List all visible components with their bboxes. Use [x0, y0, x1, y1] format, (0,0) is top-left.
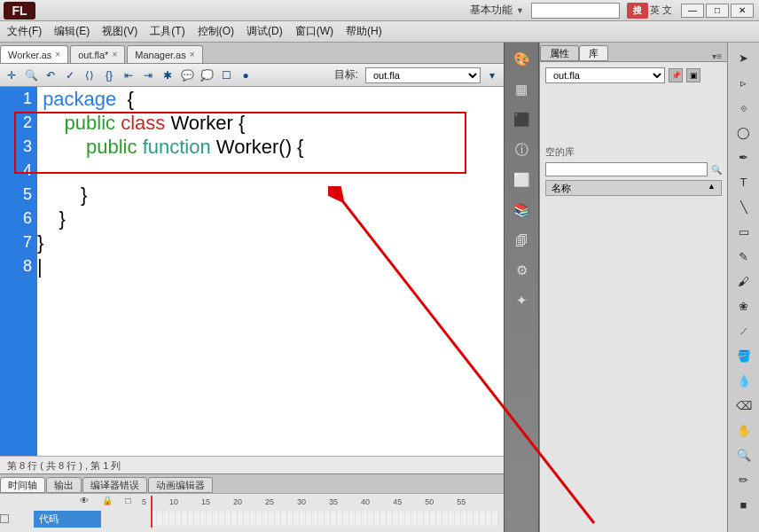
word-icon[interactable]: ✱ — [160, 67, 176, 83]
status-bar: 第 8 行 ( 共 8 行 ) , 第 1 列 — [0, 456, 504, 473]
chevron-down-icon[interactable]: ▼ — [516, 6, 524, 15]
panel-menu-icon[interactable]: ▾≡ — [712, 51, 722, 61]
uncomment-icon[interactable]: 💭 — [199, 67, 215, 83]
menu-tools[interactable]: 工具(T) — [150, 24, 184, 39]
tab-out-fla[interactable]: out.fla*× — [70, 45, 125, 63]
find-icon[interactable]: 🔍 — [23, 67, 39, 83]
tab-manager-as[interactable]: Manager.as× — [127, 45, 202, 63]
components-icon[interactable]: ⚙ — [510, 259, 533, 282]
menu-help[interactable]: 帮助(H) — [346, 24, 382, 39]
tab-worker-as[interactable]: Worker.as× — [0, 45, 68, 63]
right-panel: 属性 库 ▾≡ out.fla 📌 ▣ 空的库 🔍 名称 ▲ — [539, 43, 727, 532]
collapse-icon[interactable]: ⟨⟩ — [82, 67, 98, 83]
menu-debug[interactable]: 调试(D) — [246, 24, 283, 39]
check-icon[interactable]: ✓ — [62, 67, 78, 83]
library-search-input[interactable] — [545, 162, 708, 176]
playhead[interactable] — [151, 496, 153, 528]
document-tabs: Worker.as× out.fla*× Manager.as× — [0, 43, 504, 64]
add-icon[interactable]: ✛ — [4, 67, 20, 83]
bottom-tabs: 时间轴 输出 编译器错误 动画编辑器 — [0, 473, 504, 493]
code-editor[interactable]: 1 2 3 4 5 6 7 8 package { public class W… — [0, 87, 504, 456]
library-empty-label: 空的库 — [545, 145, 722, 159]
library-name-header[interactable]: 名称 ▲ — [545, 180, 722, 196]
line-tool-icon[interactable]: ╲ — [734, 197, 754, 216]
library-file-select[interactable]: out.fla — [545, 67, 665, 83]
ime-badge[interactable]: 搜 — [627, 3, 648, 19]
menu-file[interactable]: 文件(F) — [7, 24, 42, 39]
align-icon[interactable]: ⬛ — [510, 108, 533, 131]
color-icon[interactable]: 🎨 — [510, 48, 533, 71]
layer-visibility-icons[interactable]: 👁 🔒 □ — [80, 496, 137, 505]
code-toolbar: ✛ 🔍 ↶ ✓ ⟨⟩ {} ⇤ ⇥ ✱ 💬 💭 ☐ ● 目标: out.fla … — [0, 64, 504, 87]
search-icon[interactable]: 🔍 — [711, 165, 722, 175]
eyedropper-icon[interactable]: 💧 — [734, 371, 754, 390]
line-gutter: 1 2 3 4 5 6 7 8 — [0, 87, 37, 456]
tab-library[interactable]: 库 — [579, 45, 608, 61]
tab-timeline[interactable]: 时间轴 — [0, 477, 45, 493]
fill-color-icon[interactable]: ■ — [734, 495, 754, 514]
text-tool-icon[interactable]: T — [734, 172, 754, 192]
menu-edit[interactable]: 编辑(E) — [54, 24, 90, 39]
back-icon[interactable]: ↶ — [43, 67, 59, 83]
minimize-button[interactable]: — — [681, 4, 704, 18]
bone-tool-icon[interactable]: ⟋ — [734, 321, 754, 340]
brush-tool-icon[interactable]: 🖌 — [734, 271, 754, 291]
eraser-tool-icon[interactable]: ⌫ — [734, 395, 754, 415]
behaviors-icon[interactable]: ✦ — [510, 289, 533, 312]
pin-icon[interactable]: 📌 — [669, 68, 683, 82]
rectangle-tool-icon[interactable]: ▭ — [734, 222, 754, 241]
ime-text: 英 文 — [650, 4, 672, 17]
paint-bucket-icon[interactable]: 🪣 — [734, 346, 754, 365]
comment-icon[interactable]: 💬 — [179, 67, 195, 83]
tab-motion-editor[interactable]: 动画编辑器 — [148, 477, 213, 493]
zoom-tool-icon[interactable]: 🔍 — [734, 445, 754, 465]
timeline-frames[interactable] — [151, 512, 498, 526]
app-icon: FL — [4, 2, 35, 20]
transform-icon[interactable]: ⬜ — [510, 168, 533, 192]
menu-control[interactable]: 控制(O) — [198, 24, 234, 39]
subselection-tool-icon[interactable]: ▹ — [734, 73, 754, 92]
outdent-icon[interactable]: ⇤ — [121, 67, 137, 83]
pencil-tool-icon[interactable]: ✎ — [734, 246, 754, 266]
chevron-down-icon[interactable]: ▾ — [484, 67, 500, 83]
menu-window[interactable]: 窗口(W) — [295, 24, 333, 39]
target-select[interactable]: out.fla — [365, 67, 481, 83]
workspace-dropdown-label[interactable]: 基本功能 — [470, 3, 513, 18]
info-icon[interactable]: ⓘ — [510, 138, 533, 161]
tab-properties[interactable]: 属性 — [540, 45, 579, 61]
tools-panel: ➤ ▹ ⟐ ◯ ✒ T ╲ ▭ ✎ 🖌 ❀ ⟋ 🪣 💧 ⌫ ✋ 🔍 ✏ ■ — [727, 43, 759, 532]
maximize-button[interactable]: □ — [706, 4, 729, 18]
tab-output[interactable]: 输出 — [46, 477, 82, 493]
stroke-color-icon[interactable]: ✏ — [734, 470, 754, 489]
close-icon[interactable]: × — [112, 50, 117, 59]
swatches-icon[interactable]: ▦ — [510, 78, 533, 101]
layer-checkbox[interactable] — [0, 514, 9, 523]
close-button[interactable]: ✕ — [731, 4, 754, 18]
hand-tool-icon[interactable]: ✋ — [734, 420, 754, 440]
layer-code[interactable]: 代码 — [34, 511, 101, 528]
target-label: 目标: — [334, 67, 358, 82]
close-icon[interactable]: × — [55, 50, 60, 59]
indent-icon[interactable]: ⇥ — [140, 67, 156, 83]
bookmark-icon[interactable]: ☐ — [218, 67, 234, 83]
timeline-panel[interactable]: 👁 🔒 □ 510152025303540455055 代码 — [0, 493, 504, 532]
pen-tool-icon[interactable]: ✒ — [734, 147, 754, 167]
new-panel-icon[interactable]: ▣ — [686, 68, 700, 82]
titlebar: FL 基本功能 ▼ 搜 英 文 — □ ✕ — [0, 0, 759, 21]
search-input[interactable] — [531, 3, 620, 19]
code-text[interactable]: package { public class Worker { public f… — [37, 87, 504, 456]
vertical-toolbar: 🎨 ▦ ⬛ ⓘ ⬜ 📚 🗐 ⚙ ✦ — [504, 43, 539, 532]
lasso-tool-icon[interactable]: ◯ — [734, 122, 754, 142]
deco-tool-icon[interactable]: ❀ — [734, 296, 754, 316]
free-transform-icon[interactable]: ⟐ — [734, 98, 754, 117]
menu-view[interactable]: 视图(V) — [102, 24, 137, 39]
menubar: 文件(F) 编辑(E) 视图(V) 工具(T) 控制(O) 调试(D) 窗口(W… — [0, 21, 759, 43]
library-icon[interactable]: 📚 — [510, 199, 533, 222]
breakpoint-icon[interactable]: ● — [238, 67, 254, 83]
close-icon[interactable]: × — [190, 50, 195, 59]
brace-icon[interactable]: {} — [101, 67, 117, 83]
tab-compiler-errors[interactable]: 编译器错误 — [82, 477, 147, 493]
actions-icon[interactable]: 🗐 — [510, 229, 533, 252]
selection-tool-icon[interactable]: ➤ — [734, 48, 754, 67]
